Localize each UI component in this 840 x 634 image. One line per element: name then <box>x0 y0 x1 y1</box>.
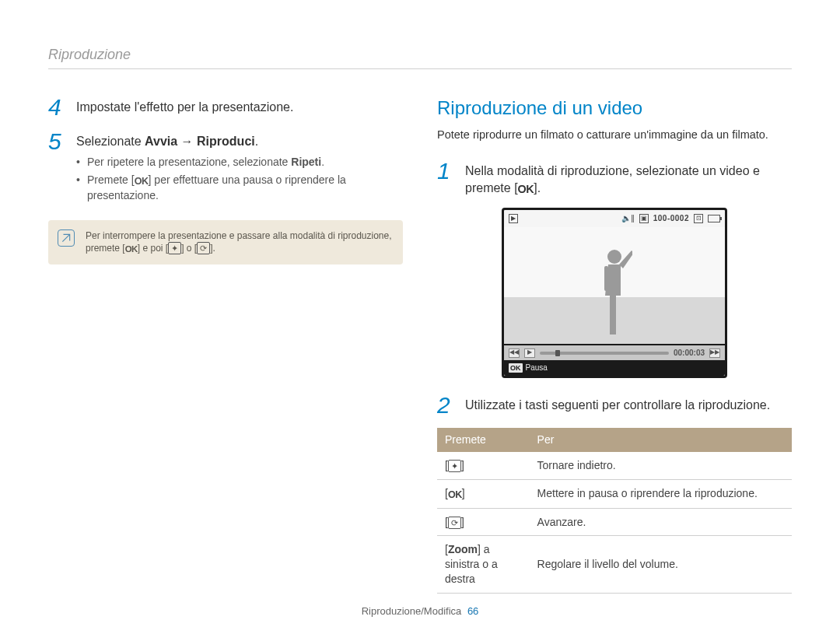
page: Riproduzione 4 Impostate l'effetto per l… <box>0 0 840 594</box>
ok-icon: OK <box>135 175 149 188</box>
cell-press: [OK] <box>437 479 530 508</box>
step-text: Selezionate Avvia → Riproduci. <box>76 133 403 150</box>
cell-press: [⟳] <box>437 508 530 536</box>
bullet-list: Per ripetere la presentazione, seleziona… <box>76 155 403 203</box>
forward-icon: ▶▶ <box>709 349 720 358</box>
text-bold: Avvia <box>145 135 177 148</box>
controls-table: Premete Per [✦] Tornare indietro. [OK] M… <box>437 428 792 594</box>
timer-icon: ⟳ <box>197 242 210 254</box>
cell-press: [Zoom] a sinistra o a destra <box>437 536 530 594</box>
text-bold: Ripeti <box>291 156 321 168</box>
zoom-label: Zoom <box>448 543 478 555</box>
step-number: 4 <box>48 96 65 119</box>
text: ]. <box>534 181 541 194</box>
text: Selezionate <box>76 135 145 148</box>
step-body: Utilizzate i tasti seguenti per controll… <box>465 394 792 417</box>
ok-icon: OK <box>125 243 138 255</box>
note-box: Per interrompere la presentazione e pass… <box>48 220 403 265</box>
step-5: 5 Selezionate Avvia → Riproduci. Per rip… <box>48 130 403 205</box>
play-icon: ▶ <box>524 349 535 358</box>
camera-hintbar: OK Pausa <box>504 360 725 376</box>
cell-for: Mettere in pausa o riprendere la riprodu… <box>530 479 792 508</box>
columns: 4 Impostate l'effetto per la presentazio… <box>48 96 792 594</box>
cell-for: Avanzare. <box>530 508 792 536</box>
text: ] e poi [ <box>138 243 168 254</box>
text: . <box>321 156 324 168</box>
table-header-for: Per <box>530 428 792 452</box>
note-line: premete [OK] e poi [✦] o [⟳]. <box>86 242 392 255</box>
step-number: 2 <box>437 394 454 417</box>
camera-viewport <box>504 227 725 344</box>
hint-text: Pausa <box>526 363 548 373</box>
step-body: Impostate l'effetto per la presentazione… <box>76 96 403 119</box>
cell-for: Regolare il livello del volume. <box>530 536 792 594</box>
table-row: [OK] Mettere in pausa o riprendere la ri… <box>437 479 792 508</box>
camera-progress-bar: ◀◀ ▶ 00:00:03 ▶▶ <box>504 344 725 361</box>
flash-icon: ✦ <box>168 242 181 254</box>
arrow: → <box>177 135 197 148</box>
header-rule <box>48 68 792 69</box>
cell-for: Tornare indietro. <box>530 452 792 479</box>
camera-screenshot: ▶ 🔈‖ ▣ 100-0002 ⊡ <box>437 208 792 378</box>
footer-section: Riproduzione/Modifica <box>362 605 462 617</box>
section-subtitle: Potete riprodurre un filmato o catturare… <box>437 128 792 143</box>
text: . <box>255 135 258 148</box>
step-body: Nella modalità di riproduzione, selezion… <box>465 159 792 197</box>
step-1: 1 Nella modalità di riproduzione, selezi… <box>437 159 792 197</box>
text-bold: Riproduci <box>197 135 255 148</box>
volume-icon: 🔈‖ <box>621 213 635 224</box>
text: Premete [ <box>87 173 135 186</box>
step-text: Nella modalità di riproduzione, selezion… <box>465 163 792 197</box>
elapsed-time: 00:00:03 <box>674 348 705 359</box>
table-row: [✦] Tornare indietro. <box>437 452 792 479</box>
rewind-icon: ◀◀ <box>509 349 520 358</box>
step-number: 5 <box>48 130 65 205</box>
step-body: Selezionate Avvia → Riproduci. Per ripet… <box>76 130 403 205</box>
table-row: [⟳] Avanzare. <box>437 508 792 536</box>
step-text: Utilizzate i tasti seguenti per controll… <box>465 397 792 414</box>
flash-icon: ✦ <box>448 460 461 472</box>
camera-topbar: ▶ 🔈‖ ▣ 100-0002 ⊡ <box>504 210 725 227</box>
right-column: Riproduzione di un video Potete riprodur… <box>437 96 792 594</box>
note-icon <box>58 229 75 247</box>
text: premete [ <box>86 243 125 254</box>
step-text: Impostate l'effetto per la presentazione… <box>76 99 403 116</box>
bullet-item: Per ripetere la presentazione, seleziona… <box>76 155 403 170</box>
bullet-item: Premete [OK] per effettuare una pausa o … <box>76 173 403 203</box>
step-number: 1 <box>437 159 454 197</box>
ok-icon: OK <box>448 489 462 502</box>
text: Per ripetere la presentazione, seleziona… <box>87 156 291 168</box>
text: ]. <box>210 243 215 254</box>
page-number: 66 <box>467 605 478 617</box>
ok-icon: OK <box>509 363 523 373</box>
running-header: Riproduzione <box>48 45 792 64</box>
table-header-press: Premete <box>437 428 530 452</box>
timer-icon: ⟳ <box>448 517 461 529</box>
battery-icon <box>708 215 720 222</box>
progress-track <box>540 352 669 355</box>
folder-icon: ▣ <box>639 214 649 223</box>
text: Nella modalità di riproduzione, selezion… <box>465 164 760 194</box>
cell-press: [✦] <box>437 452 530 479</box>
note-line: Per interrompere la presentazione e pass… <box>86 229 392 242</box>
text: ] o [ <box>181 243 197 254</box>
step-4: 4 Impostate l'effetto per la presentazio… <box>48 96 403 119</box>
svg-point-0 <box>607 250 621 264</box>
page-footer: Riproduzione/Modifica 66 <box>0 604 840 618</box>
left-column: 4 Impostate l'effetto per la presentazio… <box>48 96 403 594</box>
play-mode-icon: ▶ <box>509 214 518 223</box>
svg-rect-1 <box>604 266 608 291</box>
table-row: [Zoom] a sinistra o a destra Regolare il… <box>437 536 792 594</box>
card-icon: ⊡ <box>694 214 703 223</box>
person-silhouette-icon <box>597 243 632 344</box>
camera-frame: ▶ 🔈‖ ▣ 100-0002 ⊡ <box>502 208 727 378</box>
file-counter: 100-0002 <box>653 213 689 224</box>
ok-icon: OK <box>518 182 534 197</box>
step-2: 2 Utilizzate i tasti seguenti per contro… <box>437 394 792 417</box>
section-title: Riproduzione di un video <box>437 96 792 121</box>
